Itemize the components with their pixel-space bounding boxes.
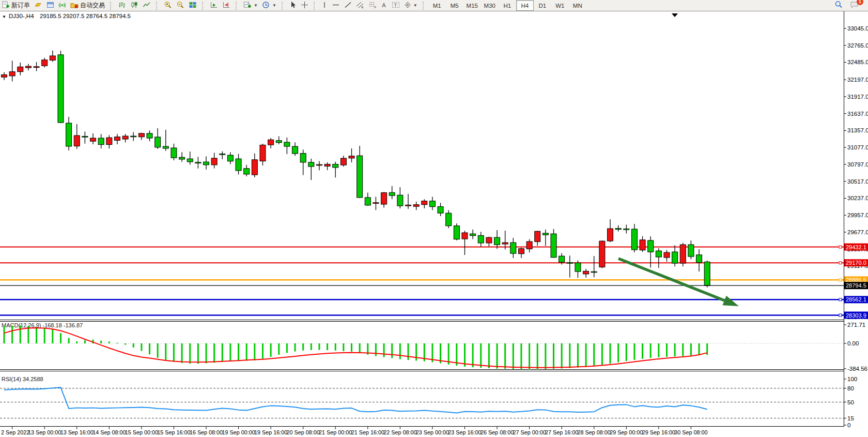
notifications-button[interactable]: 1	[848, 0, 861, 11]
timeframe-d1-button[interactable]: D1	[534, 0, 551, 11]
chart-symbol-period: DJ30-,H4	[9, 13, 34, 19]
level-line-handle[interactable]	[839, 262, 842, 264]
shapes-button[interactable]: ▼	[402, 0, 420, 11]
fibonacci-icon: F	[368, 1, 377, 10]
text-label-icon: T	[392, 1, 400, 10]
crosshair-button[interactable]	[299, 0, 311, 11]
svg-text:30237.0: 30237.0	[847, 195, 868, 201]
time-axis-label: 15 Sep 16:00	[157, 429, 190, 435]
auto-scroll-button[interactable]	[208, 0, 220, 11]
toolbar-separator	[110, 2, 114, 10]
cursor-button[interactable]	[287, 0, 299, 11]
svg-text:T: T	[394, 3, 397, 8]
zoom-out-button[interactable]	[174, 0, 187, 11]
main-toolbar: 新订单 自动交易	[0, 0, 868, 11]
svg-text:A: A	[382, 2, 386, 8]
time-axis-label: 13 Sep 16:00	[60, 429, 94, 435]
svg-text:33045.0: 33045.0	[847, 25, 868, 32]
timeframe-w1-button[interactable]: W1	[551, 0, 569, 11]
svg-text:E: E	[361, 5, 363, 8]
toolbar-group-trade: 新订单 自动交易	[0, 1, 107, 11]
time-axis-label: 13 Sep 00:00	[28, 429, 61, 435]
new-order-icon	[2, 1, 10, 10]
chart-shift-marker	[672, 13, 678, 17]
candlestick-chart-button[interactable]	[128, 0, 141, 11]
equidistant-channel-icon: E	[356, 1, 364, 10]
zoom-in-button[interactable]	[162, 0, 174, 11]
market-depth-button[interactable]	[32, 0, 44, 11]
periods-button[interactable]: ▼	[260, 0, 278, 11]
chart-shift-icon	[222, 1, 230, 10]
signals-button[interactable]	[56, 0, 68, 11]
level-line-handle[interactable]	[839, 246, 842, 248]
svg-text:-384.56: -384.56	[847, 366, 867, 372]
equidistant-channel-button[interactable]: E	[354, 0, 366, 11]
svg-text:F: F	[374, 5, 376, 8]
toolbar-group-templates: ▼ ▼	[241, 1, 278, 11]
vertical-line-button[interactable]	[319, 0, 330, 11]
indicators-button[interactable]: ▼	[241, 0, 260, 11]
macd-indicator-label: MACD(12,26,9) -168.18 -136.87	[2, 322, 83, 328]
horizontal-line-icon	[332, 1, 340, 10]
trendline-icon	[344, 1, 352, 10]
chart-shift-button[interactable]	[220, 0, 233, 11]
svg-text:30797.0: 30797.0	[847, 161, 868, 168]
text-button[interactable]: A	[379, 0, 390, 11]
toolbar-separator	[202, 2, 206, 10]
trendline-button[interactable]	[342, 0, 354, 11]
svg-text:31357.0: 31357.0	[847, 127, 868, 133]
signal-icon	[58, 1, 66, 10]
autotrade-button[interactable]: 自动交易	[68, 0, 107, 11]
chart-canvas[interactable]: ▼ DJ30-,H4 29185.5 29207.5 28764.5 28794…	[0, 0, 868, 437]
timeframe-mn-button[interactable]: MN	[569, 0, 586, 11]
time-axis-label: 22 Sep 08:00	[383, 429, 416, 435]
time-axis-label: 28 Sep 08:00	[578, 429, 611, 435]
line-chart-button[interactable]	[141, 0, 153, 11]
candlestick-chart-icon	[130, 1, 138, 10]
time-axis-label: 23 Sep 16:00	[448, 429, 481, 435]
svg-text:0: 0	[847, 422, 850, 428]
timeframe-m5-button[interactable]: M5	[446, 0, 463, 11]
zoom-in-icon	[164, 1, 172, 10]
toolbar-group-chart-type	[116, 1, 153, 11]
svg-text:29677.0: 29677.0	[847, 229, 868, 235]
bar-chart-button[interactable]	[116, 0, 128, 11]
timeframe-h4-button[interactable]: H4	[516, 0, 534, 11]
svg-text:28303.9: 28303.9	[846, 312, 866, 319]
line-chart-icon	[143, 1, 151, 10]
timeframe-m30-button[interactable]: M30	[481, 0, 499, 11]
svg-text:271.71: 271.71	[847, 322, 865, 328]
text-label-button[interactable]: T	[390, 0, 402, 11]
chart-ohlc-readout: 29185.5 29207.5 28764.5 28794.5	[40, 13, 131, 19]
autotrade-icon	[70, 1, 79, 10]
level-line-handle[interactable]	[839, 298, 842, 301]
svg-text:32197.0: 32197.0	[847, 77, 868, 83]
toolbar-group-right: 1	[832, 0, 861, 11]
horizontal-line-button[interactable]	[330, 0, 342, 11]
time-axis-label: 20 Sep 08:00	[287, 429, 320, 435]
timeframe-toolbar: M1 M5 M15 M30 H1 H4 D1 W1 MN	[428, 1, 586, 11]
svg-text:15: 15	[847, 415, 854, 421]
toolbar-separator	[236, 2, 239, 10]
new-order-button[interactable]: 新订单	[0, 0, 32, 11]
pane-frames	[0, 11, 844, 427]
toolbar-group-zoom	[162, 1, 199, 11]
terminal-window-button[interactable]	[44, 0, 56, 11]
timeframe-m1-button[interactable]: M1	[428, 0, 446, 11]
level-line-handle[interactable]	[839, 314, 842, 317]
search-icon	[834, 1, 843, 10]
chart-collapse-arrow[interactable]: ▼	[2, 14, 6, 19]
level-line-handle[interactable]	[839, 279, 842, 281]
auto-scroll-icon	[210, 1, 218, 10]
horizontal-level-lines[interactable]	[0, 246, 844, 317]
chevron-down-icon: ▼	[272, 3, 276, 8]
fibonacci-button[interactable]: F	[366, 0, 379, 11]
rsi-pane	[4, 387, 707, 413]
tile-windows-button[interactable]	[187, 0, 199, 11]
bar-chart-icon	[118, 1, 126, 10]
search-button[interactable]	[832, 0, 845, 11]
timeframe-h1-button[interactable]: H1	[499, 0, 516, 11]
shapes-icon	[404, 1, 411, 10]
timeframe-m15-button[interactable]: M15	[463, 0, 481, 11]
time-axis-label: 2 Sep 2022	[1, 429, 29, 435]
